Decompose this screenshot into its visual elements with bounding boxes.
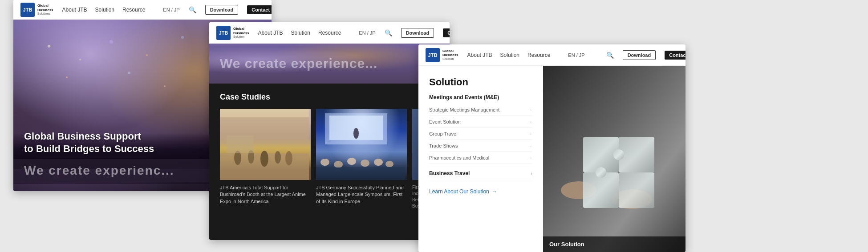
contact-button-3[interactable]: Contact Us — [665, 51, 685, 60]
menu-item-text-strategic: Strategic Meetings Management — [429, 107, 499, 112]
logo-icon-1: JTB — [20, 3, 35, 17]
arrow-icon-event: → — [527, 119, 532, 124]
svg-point-22 — [353, 128, 359, 139]
menu-item-pharma[interactable]: Pharmaceutics and Medical → — [429, 152, 532, 164]
logo-text-2: Global Business Solution — [233, 27, 249, 39]
svg-point-17 — [275, 151, 281, 164]
business-travel-label: Business Travel — [429, 170, 470, 176]
case-image-2 — [316, 109, 407, 180]
svg-point-14 — [234, 151, 241, 165]
svg-point-8 — [128, 72, 130, 74]
solution-label: Our Solution — [543, 236, 685, 252]
svg-point-18 — [285, 151, 292, 165]
right-panel-3: Our Solution — [543, 66, 685, 252]
logo-text-1: Global Business Solutions — [37, 4, 53, 16]
browser-window-2: JTB Global Business Solution About JTB S… — [209, 22, 450, 240]
logo-1[interactable]: JTB Global Business Solutions — [20, 3, 53, 17]
solution-image — [543, 66, 685, 252]
hero-banner-text-2: We create experience... — [209, 56, 377, 71]
expo-scene — [220, 109, 311, 180]
nav-about-jtb-2[interactable]: About JTB — [258, 30, 283, 36]
nav-resource-2[interactable]: Resource — [318, 30, 341, 36]
menu-item-text-event: Event Solution — [429, 119, 461, 124]
page-title-3: Solution — [429, 76, 532, 88]
case-grid: JTB America's Total Support for Bushiroa… — [220, 109, 439, 209]
svg-point-28 — [385, 161, 393, 167]
nav-about-jtb-1[interactable]: About JTB — [62, 7, 87, 13]
browser-window-3: JTB Global Business Solution About JTB S… — [418, 44, 685, 252]
search-icon-2[interactable]: 🔍 — [385, 29, 392, 36]
nav-about-jtb-3[interactable]: About JTB — [467, 52, 492, 58]
learn-more-link[interactable]: Learn About Our Solution → — [429, 188, 532, 195]
search-icon-3[interactable]: 🔍 — [606, 52, 614, 59]
case-image-1 — [220, 109, 311, 180]
menu-item-event[interactable]: Event Solution → — [429, 116, 532, 128]
learn-more-arrow: → — [492, 188, 497, 195]
contact-button-1[interactable]: Contact Us — [247, 5, 272, 14]
svg-point-26 — [361, 160, 369, 167]
download-button-1[interactable]: Download — [205, 5, 239, 15]
logo-text-3: Global Business Solution — [442, 49, 458, 61]
svg-point-2 — [110, 40, 113, 44]
svg-rect-37 — [619, 172, 654, 208]
case-desc-1: JTB America's Total Support for Bushiroa… — [220, 184, 311, 205]
download-button-2[interactable]: Download — [401, 28, 434, 38]
svg-point-16 — [260, 151, 268, 167]
case-desc-2: JTB Germany Successfully Planned and Man… — [316, 184, 407, 205]
menu-item-strategic[interactable]: Strategic Meetings Management → — [429, 104, 532, 116]
case-studies-title: Case Studies — [220, 92, 439, 102]
nav-links-1: About JTB Solution Resource — [62, 7, 146, 13]
logo-2[interactable]: JTB Global Business Solution — [216, 26, 249, 40]
hero-banner-2: We create experience... — [209, 44, 450, 84]
nav-bar-2: JTB Global Business Solution About JTB S… — [209, 22, 450, 44]
contact-button-2[interactable]: Contact Us — [443, 28, 450, 37]
menu-item-text-pharma: Pharmaceutics and Medical — [429, 155, 489, 160]
svg-rect-29 — [316, 167, 405, 180]
case-item-2: JTB Germany Successfully Planned and Man… — [316, 109, 407, 209]
menu-item-trade[interactable]: Trade Shows → — [429, 140, 532, 152]
svg-rect-19 — [227, 136, 253, 153]
arrow-icon-strategic: → — [527, 107, 532, 112]
nav-bar-3: JTB Global Business Solution About JTB S… — [418, 44, 685, 66]
main-content-3: Solution Meetings and Events (M&E) Strat… — [418, 66, 685, 252]
svg-rect-12 — [220, 117, 309, 144]
nav-lang-3[interactable]: EN / JP — [568, 52, 584, 58]
svg-point-7 — [66, 76, 68, 78]
svg-point-15 — [248, 150, 254, 164]
logo-icon-3: JTB — [426, 48, 440, 62]
nav-solution-3[interactable]: Solution — [500, 52, 519, 58]
svg-point-39 — [596, 167, 606, 178]
nav-resource-1[interactable]: Resource — [122, 7, 145, 13]
nav-lang-2[interactable]: EN / JP — [359, 30, 375, 36]
download-button-3[interactable]: Download — [623, 50, 656, 60]
svg-point-4 — [181, 36, 184, 39]
logo-3[interactable]: JTB Global Business Solution — [426, 48, 458, 62]
nav-resource-3[interactable]: Resource — [527, 52, 550, 58]
svg-point-1 — [79, 59, 81, 60]
conference-svg — [316, 109, 407, 180]
svg-point-0 — [48, 45, 50, 48]
search-icon-1[interactable]: 🔍 — [189, 6, 196, 13]
nav-solution-2[interactable]: Solution — [291, 30, 310, 36]
menu-item-text-trade: Trade Shows — [429, 143, 458, 148]
left-panel-3: Solution Meetings and Events (M&E) Strat… — [418, 66, 543, 252]
svg-point-9 — [164, 85, 166, 87]
svg-rect-13 — [220, 153, 309, 180]
nav-lang-1[interactable]: EN / JP — [163, 7, 179, 12]
menu-item-text-group: Group Travel — [429, 131, 458, 136]
menu-item-group[interactable]: Group Travel → — [429, 128, 532, 140]
learn-more-text: Learn About Our Solution — [429, 188, 489, 195]
content-area-2: Case Studies — [209, 84, 450, 240]
logo-icon-2: JTB — [216, 26, 231, 40]
svg-point-3 — [146, 54, 148, 56]
puzzle-scene — [543, 66, 685, 252]
svg-point-23 — [320, 159, 329, 166]
arrow-icon-pharma: → — [527, 155, 532, 160]
hero-headline-1: Global Business Support to Build Bridges… — [24, 130, 154, 156]
puzzle-svg — [543, 66, 685, 252]
svg-point-38 — [613, 149, 624, 160]
category-title-mne: Meetings and Events (M&E) — [429, 94, 532, 100]
business-travel-row[interactable]: Business Travel › — [429, 166, 532, 181]
case-item-1: JTB America's Total Support for Bushiroa… — [220, 109, 311, 209]
nav-solution-1[interactable]: Solution — [95, 7, 114, 13]
